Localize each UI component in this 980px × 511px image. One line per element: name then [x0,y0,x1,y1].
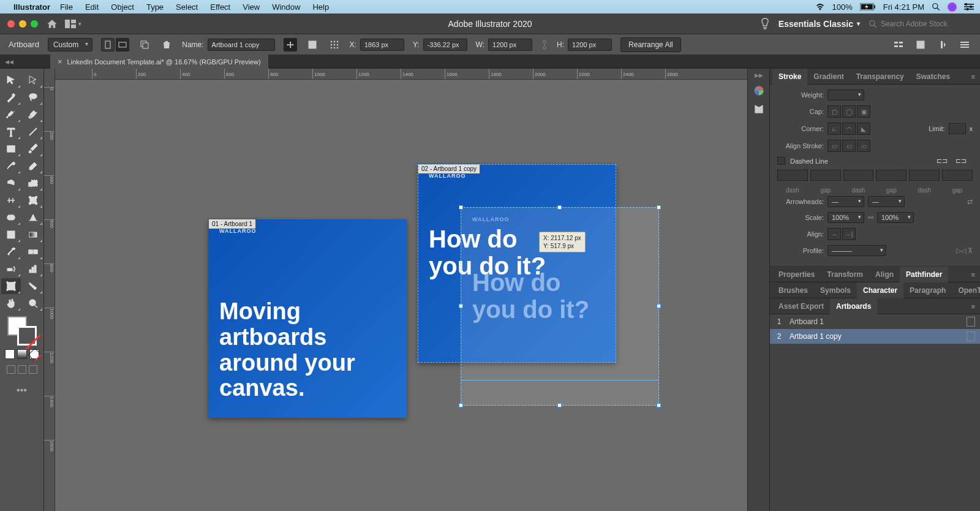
gap-input[interactable] [810,170,841,181]
eraser-tool[interactable] [23,158,43,174]
align-outside[interactable]: ▭ [857,140,870,152]
align-artboards-icon[interactable] [892,38,905,51]
shape-builder-tool[interactable] [1,210,21,225]
dash-input[interactable] [777,170,808,181]
align-arrow-tip[interactable]: → [827,228,841,240]
minimize-window-button[interactable] [19,20,26,28]
type-tool[interactable] [1,124,21,140]
artboard-list-row[interactable]: 2 Artboard 1 copy [770,329,980,344]
tab-opentype[interactable]: OpenType [952,282,980,298]
menu-type[interactable]: Type [146,2,164,12]
shaper-tool[interactable] [1,158,21,174]
tab-symbols[interactable]: Symbols [814,282,857,298]
gap-input[interactable] [876,170,907,181]
orientation-landscape-button[interactable] [116,38,129,51]
home-icon[interactable] [47,18,58,29]
magic-wand-tool[interactable] [1,89,21,105]
align-inside[interactable]: ▭ [842,140,856,152]
curvature-tool[interactable] [23,107,43,123]
dash-input[interactable] [843,170,874,181]
hint-bulb-icon[interactable] [760,18,770,30]
paintbrush-tool[interactable] [23,141,43,157]
new-artboard-button[interactable] [138,38,151,51]
flip-profile-icon[interactable]: ▷◁ ⊼ [956,247,973,255]
dock-collapse-arrows[interactable]: ▶▶ [755,72,763,78]
wifi-icon[interactable] [815,3,825,10]
rotate-tool[interactable] [1,175,21,191]
menu-object[interactable]: Object [111,2,134,12]
zoom-tool[interactable] [23,295,43,311]
tab-brushes[interactable]: Brushes [772,282,814,298]
toolbar-collapse-arrows[interactable]: ◀◀ [5,59,13,65]
panel-toggle-icon-2[interactable] [936,38,949,51]
dash-input[interactable] [909,170,940,181]
spotlight-icon[interactable] [932,2,940,11]
gradient-tool[interactable] [23,227,43,243]
cap-square[interactable]: ▣ [857,105,870,118]
menu-edit[interactable]: Edit [85,2,99,12]
selection-handle[interactable] [557,403,562,407]
limit-field[interactable] [949,123,966,134]
control-center-icon[interactable] [964,3,974,10]
vertical-ruler[interactable]: 02004006008001000120014001600 [44,69,55,511]
orientation-icon[interactable] [967,331,975,341]
selection-handle[interactable] [657,403,661,407]
selection-handle[interactable] [557,205,562,210]
mesh-tool[interactable] [1,227,21,243]
delete-artboard-button[interactable] [160,38,173,51]
tab-properties[interactable]: Properties [772,267,821,282]
dashed-line-checkbox[interactable] [777,157,785,165]
draw-inside[interactable] [29,365,37,374]
link-scale-icon[interactable]: ⚯ [868,214,873,222]
tab-stroke[interactable]: Stroke [772,69,807,85]
corner-bevel[interactable]: ◣ [857,123,870,135]
slice-tool[interactable] [23,278,43,294]
eyedropper-tool[interactable] [1,244,21,260]
edit-toolbar-button[interactable]: ••• [17,385,27,396]
tab-swatches[interactable]: Swatches [910,69,956,85]
arrow-start[interactable]: — [827,196,864,207]
color-mode-none[interactable] [29,349,39,359]
tab-align[interactable]: Align [869,267,900,282]
x-value-field[interactable]: 1863 px [360,39,404,51]
line-segment-tool[interactable] [23,124,43,140]
selection-handle[interactable] [657,304,661,308]
panel-menu-icon[interactable] [958,38,971,51]
tab-pathfinder[interactable]: Pathfinder [900,267,948,282]
selection-handle[interactable] [459,304,463,308]
link-wh-icon[interactable] [541,39,548,50]
panel-toggle-icon[interactable] [914,38,927,51]
artboard-preset-dropdown[interactable]: Custom [48,38,92,51]
y-value-field[interactable]: -336.22 px [423,39,467,51]
panel-menu-icon[interactable]: ≡ [967,271,980,278]
cap-round[interactable]: ◯ [842,105,856,118]
draw-behind[interactable] [18,365,26,374]
pen-tool[interactable] [1,107,21,123]
h-value-field[interactable]: 1200 px [568,39,612,51]
stroke-swatch[interactable] [17,326,37,346]
workspace-switcher[interactable]: Essentials Classic▾ [778,19,860,29]
menu-view[interactable]: View [243,2,260,12]
weight-field[interactable] [827,89,864,100]
cap-butt[interactable]: ▢ [827,105,841,118]
menubar-app-name[interactable]: Illustrator [13,2,50,12]
column-graph-tool[interactable] [23,261,43,277]
corner-round[interactable]: ◠ [842,123,856,135]
panel-menu-icon[interactable]: ≡ [967,73,980,80]
selection-handle[interactable] [459,403,463,407]
tab-artboards[interactable]: Artboards [830,298,877,314]
dash-align-button[interactable]: ⊏⊐ [956,157,973,165]
width-tool[interactable] [1,192,21,208]
menu-effect[interactable]: Effect [210,2,230,12]
horizontal-ruler[interactable]: 0200400600800100012001400160018002000220… [55,69,747,80]
close-tab-icon[interactable]: × [58,57,62,66]
menu-select[interactable]: Select [176,2,198,12]
selection-handle[interactable] [657,205,661,210]
artboard-list-row[interactable]: 1 Artboard 1 [770,314,980,329]
arrange-documents-dropdown[interactable]: ▾ [65,20,81,28]
selection-tool[interactable] [1,72,21,88]
w-value-field[interactable]: 1200 px [488,39,532,51]
tab-asset-export[interactable]: Asset Export [772,298,830,314]
draw-normal[interactable] [7,365,15,374]
color-mode-solid[interactable] [5,349,15,359]
